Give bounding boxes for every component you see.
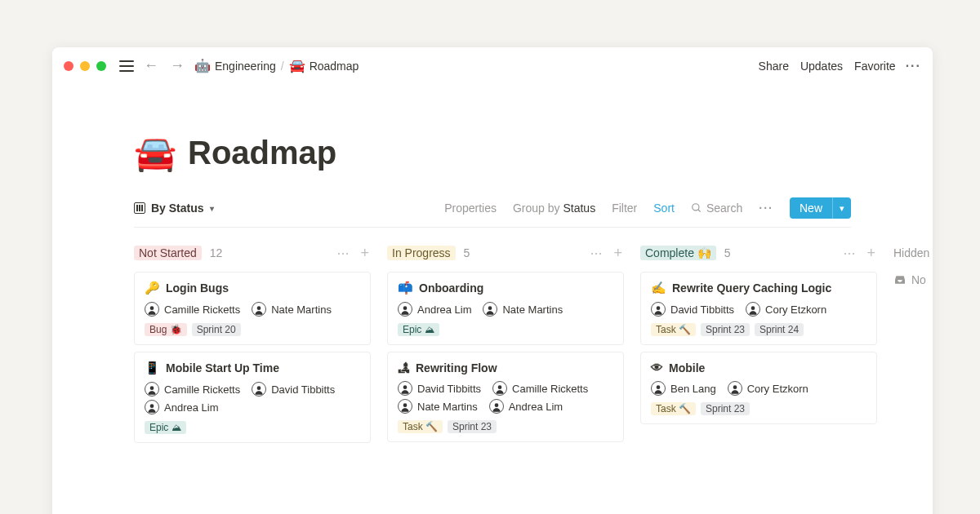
breadcrumb-item-engineering[interactable]: 🤖 Engineering xyxy=(194,58,276,73)
column-count: 12 xyxy=(210,246,223,259)
hamburger-icon[interactable] xyxy=(119,60,134,72)
sort-button[interactable]: Sort xyxy=(653,202,675,215)
more-view-options-icon[interactable]: ··· xyxy=(759,202,773,215)
assignee: David Tibbitts xyxy=(252,382,335,397)
forward-button[interactable]: → xyxy=(168,57,186,74)
avatar-icon xyxy=(145,302,159,317)
tag-list: Task 🔨Sprint 23Sprint 24 xyxy=(651,323,866,336)
search-label: Search xyxy=(706,202,742,215)
assignee-name: Camille Ricketts xyxy=(164,304,240,316)
card[interactable]: 📱Mobile Start Up TimeCamille RickettsDav… xyxy=(134,352,371,443)
assignee-name: Camille Ricketts xyxy=(164,383,240,396)
filter-button[interactable]: Filter xyxy=(612,202,637,215)
minimize-window-icon[interactable] xyxy=(80,61,90,71)
breadcrumb: 🤖 Engineering / 🚘 Roadmap xyxy=(194,58,359,73)
avatar-icon xyxy=(252,302,266,317)
assignee: Andrea Lim xyxy=(145,400,218,414)
no-status-group[interactable]: No xyxy=(893,272,933,286)
assignee-name: Camille Ricketts xyxy=(512,383,588,395)
car-icon: 🚘 xyxy=(289,58,305,73)
svg-point-7 xyxy=(403,306,408,310)
column-add-icon[interactable]: + xyxy=(865,245,877,262)
groupby-button[interactable]: Group by Status xyxy=(513,202,595,215)
card[interactable]: 📫OnboardingAndrea LimNate MartinsEpic ⛰ xyxy=(387,272,624,345)
assignee-name: Andrea Lim xyxy=(509,401,563,413)
avatar-icon xyxy=(398,381,412,396)
share-button[interactable]: Share xyxy=(757,56,791,76)
new-button-dropdown[interactable]: ▾ xyxy=(832,197,851,219)
card[interactable]: ✍️Rewrite Query Caching LogicDavid Tibbi… xyxy=(640,272,877,345)
svg-point-10 xyxy=(498,385,502,389)
assignee: Nate Martins xyxy=(483,302,563,317)
assignee: David Tibbitts xyxy=(651,302,734,317)
favorite-button[interactable]: Favorite xyxy=(853,56,898,76)
groupby-value: Status xyxy=(563,202,595,215)
breadcrumb-item-roadmap[interactable]: 🚘 Roadmap xyxy=(289,58,359,73)
car-icon: 🚘 xyxy=(134,133,176,173)
avatar-icon xyxy=(145,400,159,414)
column-more-icon[interactable]: ··· xyxy=(588,245,604,262)
column-notstarted: Not Started12···+🔑Login BugsCamille Rick… xyxy=(134,242,371,450)
avatar-icon xyxy=(651,381,666,396)
tag-list: Epic ⛰ xyxy=(398,323,613,336)
column-hidden: HiddenNo xyxy=(893,242,933,450)
card[interactable]: 🏞Rewriting FlowDavid TibbittsCamille Ric… xyxy=(387,352,624,442)
close-window-icon[interactable] xyxy=(64,61,74,71)
page-title-text: Roadmap xyxy=(188,135,336,171)
avatar-icon xyxy=(398,399,412,414)
card-emoji-icon: 📱 xyxy=(145,361,160,375)
page-title: 🚘 Roadmap xyxy=(134,133,851,173)
column-more-icon[interactable]: ··· xyxy=(335,245,350,262)
search-button[interactable]: Search xyxy=(691,202,742,215)
card[interactable]: 👁MobileBen LangCory EtzkornTask 🔨Sprint … xyxy=(640,352,877,424)
card-title-text: Rewrite Query Caching Logic xyxy=(672,281,831,295)
back-button[interactable]: ← xyxy=(142,57,160,74)
assignee-name: Andrea Lim xyxy=(417,304,471,316)
svg-point-8 xyxy=(488,306,492,310)
column-more-icon[interactable]: ··· xyxy=(841,245,857,262)
maximize-window-icon[interactable] xyxy=(96,61,106,71)
app-window: ← → 🤖 Engineering / 🚘 Roadmap Share Upda… xyxy=(52,47,933,514)
hidden-columns-label[interactable]: Hidden xyxy=(893,246,929,259)
column-title[interactable]: Not Started xyxy=(134,246,202,260)
assignee-name: Nate Martins xyxy=(417,401,478,413)
column-title[interactable]: In Progress xyxy=(387,246,456,260)
view-selector[interactable]: By Status ▾ xyxy=(134,202,214,215)
card-title-text: Rewriting Flow xyxy=(416,361,497,374)
assignee: Nate Martins xyxy=(398,399,478,414)
new-button-main[interactable]: New xyxy=(790,197,832,219)
svg-point-4 xyxy=(150,386,154,390)
card-title: 🏞Rewriting Flow xyxy=(398,361,613,374)
assignee: Camille Ricketts xyxy=(492,381,588,396)
svg-point-15 xyxy=(657,385,661,389)
assignee-name: Nate Martins xyxy=(502,304,563,316)
svg-point-13 xyxy=(657,306,661,310)
tag-task: Task 🔨 xyxy=(651,323,696,336)
breadcrumb-label: Roadmap xyxy=(310,60,359,73)
tag-epic: Epic ⛰ xyxy=(398,323,439,336)
assignee-list: Ben LangCory Etzkorn xyxy=(651,381,866,396)
tag-list: Task 🔨Sprint 23 xyxy=(398,420,613,433)
assignee: Andrea Lim xyxy=(489,399,563,414)
tag-sprint: Sprint 20 xyxy=(192,323,241,336)
card[interactable]: 🔑Login BugsCamille RickettsNate MartinsB… xyxy=(134,272,371,345)
card-emoji-icon: ✍️ xyxy=(651,281,666,295)
card-title-text: Mobile xyxy=(669,361,705,374)
column-add-icon[interactable]: + xyxy=(359,245,371,262)
avatar-icon xyxy=(651,302,666,317)
column-header: In Progress5···+ xyxy=(387,242,624,264)
card-emoji-icon: 📫 xyxy=(398,281,413,295)
properties-button[interactable]: Properties xyxy=(444,202,497,215)
assignee-list: Camille RickettsNate Martins xyxy=(145,302,360,317)
avatar-icon xyxy=(398,302,412,317)
chevron-down-icon: ▾ xyxy=(210,204,214,213)
column-title[interactable]: Complete 🙌 xyxy=(640,246,716,260)
assignee-name: David Tibbitts xyxy=(670,304,734,316)
more-menu-icon[interactable]: ··· xyxy=(906,59,921,73)
column-add-icon[interactable]: + xyxy=(612,245,624,262)
updates-button[interactable]: Updates xyxy=(799,56,844,76)
card-title-text: Login Bugs xyxy=(166,281,229,295)
assignee: David Tibbitts xyxy=(398,381,481,396)
assignee-name: Ben Lang xyxy=(670,383,716,395)
assignee: Camille Ricketts xyxy=(145,382,240,397)
